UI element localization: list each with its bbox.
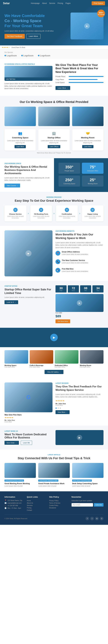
- video-play-button[interactable]: ▶: [50, 334, 58, 341]
- footer-links-col: Quick Links Home About Us Services Prici…: [27, 496, 46, 512]
- newsletter-email-input[interactable]: [72, 503, 93, 506]
- footer-grid: Information 📍 123 Street Name, City ✉️ e…: [5, 496, 103, 512]
- testimonial-stars-right: ★★★★★: [56, 400, 103, 402]
- footer-policy-1[interactable]: Privacy Policy: [49, 500, 69, 502]
- booking-tag: Booking Process: [5, 196, 103, 198]
- benefit-icon-1: 📍: [56, 251, 60, 256]
- hero-buttons: Get Best Feedback Learn More: [5, 34, 71, 39]
- footer-link-3[interactable]: Services: [27, 504, 46, 507]
- footer-policy-4[interactable]: Disclaimer: [49, 507, 69, 509]
- service-desc-3: Lorem ipsum dolor sit amet consectetur a…: [75, 140, 101, 144]
- sale-play-button[interactable]: ▶: [77, 300, 82, 306]
- footer-policy-2[interactable]: Terms of Service: [49, 502, 69, 504]
- blog-image-1: [5, 463, 36, 478]
- custom-secondary-button[interactable]: Learn Me: [21, 441, 32, 445]
- step-desc-1: Lorem ipsum dolor sit amet consectetur.: [7, 216, 24, 219]
- services-images: [5, 107, 103, 126]
- nav-link-service[interactable]: Service: [49, 2, 55, 4]
- service-btn-2[interactable]: Learn Offices: [48, 145, 60, 148]
- timer-secs: 34 Secs: [92, 285, 103, 292]
- benefit-item-1: 📍 Great Office Address Lorem ipsum dolor…: [56, 251, 103, 258]
- footer-policy-3[interactable]: Cookie Policy: [49, 504, 69, 507]
- nav-cta-button[interactable]: Find Space: [92, 1, 105, 5]
- stats-cta-button[interactable]: Take Course →: [5, 184, 20, 188]
- sale-cta-button[interactable]: Look for It →: [5, 300, 18, 304]
- blog-post-title-2: Good Private Assistance Work: [38, 482, 70, 484]
- gallery-item-1: Working Space Free Open Office: [5, 350, 28, 368]
- nav-link-pricing[interactable]: Pricing: [58, 2, 63, 4]
- twitter-icon[interactable]: t: [90, 517, 94, 520]
- about-learn-more-button[interactable]: Learn More →: [56, 86, 70, 90]
- benefits-play-button[interactable]: ▶: [26, 250, 31, 256]
- testimonial-quote: Lorem ipsum dolor sit amet, consectetur …: [56, 393, 103, 398]
- testimonial-stars-left: ★★★★★: [5, 416, 52, 419]
- benefits-description: Lorem ipsum dolor sit amet, consectetur …: [56, 242, 103, 249]
- footer-info-col: Information 📍 123 Street Name, City ✉️ e…: [5, 496, 24, 512]
- service-desc-1: Lorem ipsum dolor sit amet consectetur a…: [7, 140, 33, 144]
- benefit-text-1: Great Office Address Lorem ipsum dolor s…: [62, 251, 88, 258]
- footer-link-5[interactable]: Contact: [27, 509, 46, 512]
- sale-learn-button[interactable]: Get Now Here: [56, 320, 70, 323]
- linkedin-icon[interactable]: li: [100, 517, 103, 520]
- review-text: Good Place To Work: [12, 46, 25, 48]
- stats-right: 350° People Space 75° Dedicated Office 2…: [54, 158, 108, 192]
- benefits-content: Our Working Benefits More Benefits If Yo…: [56, 230, 103, 276]
- stats-description: Lorem ipsum dolor sit amet, consectetur …: [5, 176, 49, 182]
- dot-3[interactable]: [60, 408, 61, 409]
- benefit-desc-2: Lorem ipsum dolor sit amet consectetur.: [62, 262, 88, 264]
- custom-play-button[interactable]: ▶: [77, 435, 82, 440]
- instagram-icon[interactable]: in: [95, 517, 99, 520]
- footer-policy-title: Site Policy: [49, 496, 69, 498]
- blog-category-1: Good Meeting Room Working: [5, 480, 24, 482]
- testimonial-tag: Latest Reviews: [56, 382, 103, 384]
- service-btn-1[interactable]: Learn More: [15, 145, 26, 148]
- blog-grid: Good Meeting Room Working Good Meeting R…: [5, 463, 103, 487]
- about-section: Co Working Space & Office Rentals Lets T…: [0, 59, 108, 96]
- timer-mins: 08 Mins: [80, 285, 91, 292]
- blog-post-desc-1: Lorem ipsum dolor sit amet: [5, 485, 36, 487]
- dot-1[interactable]: [56, 408, 57, 409]
- service-title-1: Coworking Space: [7, 136, 33, 139]
- hero-section: We Have Comfortable Co - Working Space F…: [0, 6, 108, 46]
- feature-bar-3: [69, 82, 103, 83]
- dot-2[interactable]: [58, 408, 59, 409]
- service-title-2: Startup Office: [41, 136, 67, 139]
- newsletter-subscribe-button[interactable]: Subscribe: [94, 503, 103, 506]
- service-icon-3: 🤝: [75, 132, 101, 135]
- sponsors-section: Our Sponsor Logoluum Logoluum Logoluum: [0, 50, 108, 59]
- service-btn-3[interactable]: Learn More: [82, 145, 93, 148]
- stats-section: Our Working Space Our Working Space & Of…: [0, 158, 108, 192]
- facebook-icon[interactable]: f: [85, 517, 89, 520]
- nav-link-about[interactable]: About: [42, 2, 47, 4]
- gallery-subtitle-2: Free Open Office: [30, 366, 53, 368]
- about-image: Lets Talk Now: [5, 66, 52, 81]
- hero-secondary-button[interactable]: Learn More: [26, 34, 40, 39]
- footer-link-4[interactable]: Pricing: [27, 507, 46, 509]
- stat-box-2: 75° Dedicated Office: [82, 163, 103, 174]
- sale-timer: 30 Days 72 Hours 08 Mins 34 Secs: [56, 285, 103, 292]
- stat-box-4: 25° Meeting Room: [82, 176, 103, 186]
- footer-link-1[interactable]: Home: [27, 500, 46, 502]
- custom-primary-button[interactable]: Give Order →: [5, 441, 19, 445]
- benefit-text-2: The New Customer Service Lorem ipsum dol…: [62, 259, 88, 266]
- nav-link-homepage[interactable]: Homepage: [31, 2, 40, 4]
- booking-section: Booking Process Easy Step To Get Our Gre…: [0, 192, 108, 226]
- hero-play-button[interactable]: ▶: [84, 23, 90, 29]
- about-image-label: Lets Talk Now: [5, 78, 52, 81]
- footer-link-2[interactable]: About Us: [27, 502, 46, 504]
- nav-link-pages[interactable]: Pages: [66, 2, 71, 4]
- gallery-grid: Working Space Free Open Office Coffe & B…: [5, 350, 103, 368]
- gallery-view-all-button[interactable]: View All Gallery →: [44, 370, 64, 374]
- phone-icon: 📞: [5, 504, 7, 506]
- benefits-title: More Benefits If You Join Our Working Sp…: [56, 233, 103, 240]
- about-title: We Give The Best Place For Your Best Tea…: [56, 63, 103, 74]
- sponsors-label: Our Sponsor: [5, 52, 103, 53]
- testimonial-left: G Was Give Five Stars ★★★★★ Mr. John Doe…: [5, 382, 52, 422]
- hero-primary-button[interactable]: Get Best Feedback: [5, 34, 25, 39]
- footer-info-title: Information: [5, 496, 24, 498]
- step-desc-2: Lorem ipsum dolor sit amet consectetur.: [33, 216, 50, 219]
- testimonial-view-button[interactable]: View More →: [56, 410, 70, 414]
- footer-info-2: ✉️ example@email.com: [5, 502, 24, 504]
- step-title-3: Confirmation: [58, 213, 75, 215]
- footer-copyright: © 2024 Setar. All Rights Reserved.: [5, 518, 28, 520]
